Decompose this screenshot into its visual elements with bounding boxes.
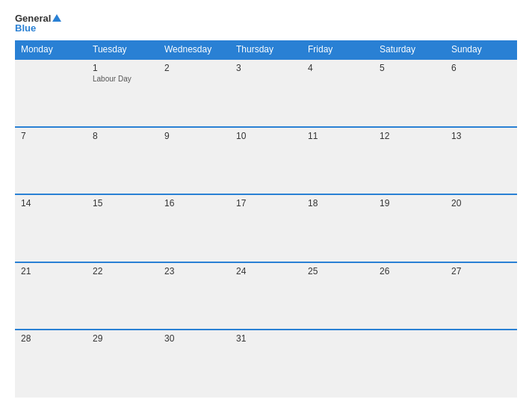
- calendar-cell: 23: [158, 262, 230, 330]
- day-number: 18: [308, 198, 368, 208]
- calendar-cell: [302, 330, 374, 398]
- col-header-saturday: Saturday: [374, 40, 445, 59]
- day-number: 13: [451, 131, 511, 141]
- day-number: 27: [451, 266, 511, 276]
- day-number: 11: [308, 131, 368, 141]
- day-number: 16: [164, 198, 224, 208]
- day-number: 23: [164, 266, 224, 276]
- calendar-cell: 5: [374, 59, 445, 127]
- calendar-cell: 15: [87, 194, 158, 262]
- calendar-cell: 28: [15, 330, 87, 398]
- day-number: 3: [236, 63, 296, 73]
- day-number: 10: [236, 131, 296, 141]
- day-number: 22: [93, 266, 152, 276]
- calendar-cell: 1Labour Day: [87, 59, 158, 127]
- day-number: 25: [308, 266, 368, 276]
- week-row-3: 14151617181920: [15, 194, 517, 262]
- calendar-cell: 3: [230, 59, 302, 127]
- event-label: Labour Day: [93, 75, 152, 83]
- calendar-cell: [445, 330, 517, 398]
- col-header-friday: Friday: [302, 40, 374, 59]
- day-number: 2: [164, 63, 224, 73]
- header: General Blue: [15, 13, 517, 33]
- day-number: 29: [93, 333, 152, 344]
- calendar-cell: 24: [230, 262, 302, 330]
- calendar-table: MondayTuesdayWednesdayThursdayFridaySatu…: [15, 40, 517, 398]
- week-row-2: 78910111213: [15, 127, 517, 195]
- col-header-tuesday: Tuesday: [87, 40, 158, 59]
- calendar-cell: [374, 330, 445, 398]
- calendar-cell: 20: [445, 194, 517, 262]
- day-number: 19: [380, 198, 439, 208]
- day-number: 9: [164, 131, 224, 141]
- week-row-4: 21222324252627: [15, 262, 517, 330]
- day-number: 14: [21, 198, 81, 208]
- day-number: 4: [308, 63, 368, 73]
- calendar-cell: 9: [158, 127, 230, 195]
- day-number: 15: [93, 198, 152, 208]
- calendar-cell: 4: [302, 59, 374, 127]
- day-number: 7: [21, 131, 81, 141]
- day-number: 17: [236, 198, 296, 208]
- day-number: 26: [380, 266, 439, 276]
- calendar-cell: 10: [230, 127, 302, 195]
- calendar-cell: 31: [230, 330, 302, 398]
- day-number: 24: [236, 266, 296, 276]
- day-number: 20: [451, 198, 511, 208]
- calendar-cell: 21: [15, 262, 87, 330]
- calendar-cell: 29: [87, 330, 158, 398]
- calendar-cell: 8: [87, 127, 158, 195]
- calendar-body: 1Labour Day23456789101112131415161718192…: [15, 59, 517, 398]
- day-number: 6: [451, 63, 511, 73]
- day-number: 12: [380, 131, 439, 141]
- week-row-5: 28293031: [15, 330, 517, 398]
- calendar-cell: 14: [15, 194, 87, 262]
- days-of-week-row: MondayTuesdayWednesdayThursdayFridaySatu…: [15, 40, 517, 59]
- col-header-thursday: Thursday: [230, 40, 302, 59]
- day-number: 31: [236, 333, 296, 344]
- col-header-wednesday: Wednesday: [158, 40, 230, 59]
- calendar-cell: 16: [158, 194, 230, 262]
- day-number: 1: [93, 63, 152, 73]
- logo: General Blue: [15, 13, 61, 33]
- calendar-header: MondayTuesdayWednesdayThursdayFridaySatu…: [15, 40, 517, 59]
- calendar-cell: 13: [445, 127, 517, 195]
- calendar-cell: 6: [445, 59, 517, 127]
- calendar-cell: 11: [302, 127, 374, 195]
- day-number: 21: [21, 266, 81, 276]
- calendar-cell: 19: [374, 194, 445, 262]
- calendar-cell: 17: [230, 194, 302, 262]
- day-number: 8: [93, 131, 152, 141]
- day-number: 28: [21, 333, 81, 344]
- calendar-cell: 2: [158, 59, 230, 127]
- calendar-cell: 22: [87, 262, 158, 330]
- day-number: 30: [164, 333, 224, 344]
- calendar-cell: 25: [302, 262, 374, 330]
- calendar-cell: 7: [15, 127, 87, 195]
- day-number: 5: [380, 63, 439, 73]
- logo-triangle-icon: [52, 14, 61, 22]
- calendar-cell: 27: [445, 262, 517, 330]
- col-header-sunday: Sunday: [445, 40, 517, 59]
- col-header-monday: Monday: [15, 40, 87, 59]
- calendar-cell: 18: [302, 194, 374, 262]
- calendar-cell: 26: [374, 262, 445, 330]
- calendar-cell: 12: [374, 127, 445, 195]
- week-row-1: 1Labour Day23456: [15, 59, 517, 127]
- logo-blue-text: Blue: [15, 23, 36, 33]
- calendar-cell: [15, 59, 87, 127]
- calendar-cell: 30: [158, 330, 230, 398]
